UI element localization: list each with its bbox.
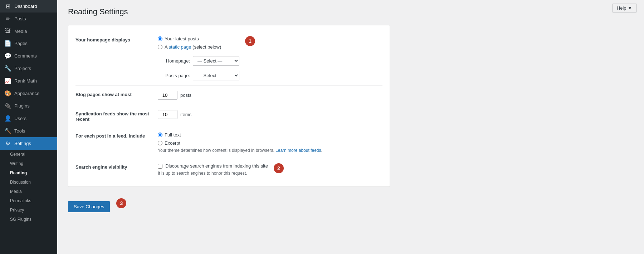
appearance-icon: 🎨 [4, 90, 11, 97]
badge-2: 2 [274, 163, 284, 173]
settings-icon: ⚙ [4, 140, 11, 147]
static-page-radio[interactable] [158, 45, 162, 49]
sidebar-item-label: Plugins [14, 103, 30, 109]
homepage-select-label: Homepage: [158, 58, 190, 64]
sidebar-item-label: Rank Math [14, 78, 37, 84]
syndication-suffix: items [180, 112, 191, 117]
homepage-row: Your homepage displays Your latest posts… [75, 31, 382, 86]
syndication-label: Syndication feeds show the most recent [75, 110, 158, 122]
feed-radio-group: Full text Excerpt [158, 132, 382, 146]
sidebar-item-settings[interactable]: ⚙ Settings [0, 137, 57, 150]
posts-page-select-label: Posts page: [158, 73, 190, 78]
static-page-option: A static page (select below) [158, 44, 239, 50]
feed-learn-more-link[interactable]: Learn more about feeds [275, 148, 321, 153]
blog-pages-suffix: posts [180, 93, 191, 98]
blog-pages-input[interactable] [158, 91, 177, 100]
plugins-icon: 🔌 [4, 103, 11, 109]
sidebar-item-appearance[interactable]: 🎨 Appearance [0, 87, 57, 100]
submenu-permalinks[interactable]: Permalinks [0, 196, 57, 205]
search-visibility-content: Discourage search engines from indexing … [158, 163, 382, 176]
submenu-reading[interactable]: Reading [0, 168, 57, 178]
homepage-radio-group: Your latest posts A static page (select … [158, 36, 239, 80]
feed-excerpt-option: Excerpt [158, 140, 382, 146]
sidebar-item-users[interactable]: 👤 Users [0, 112, 57, 125]
dashboard-icon: ⊞ [4, 3, 11, 10]
sidebar-item-pages[interactable]: 📄 Pages [0, 37, 57, 50]
sidebar: ⊞ Dashboard ✏ Posts 🖼 Media 📄 Pages 💬 Co… [0, 0, 57, 254]
badge-1: 1 [245, 36, 255, 46]
tools-icon: 🔨 [4, 128, 11, 134]
feed-info: Your theme determines how content is dis… [158, 148, 382, 153]
syndication-row: Syndication feeds show the most recent i… [75, 105, 382, 127]
search-visibility-checkbox[interactable] [158, 164, 162, 169]
search-visibility-label: Search engine visibility [75, 163, 158, 170]
users-icon: 👤 [4, 115, 11, 122]
sidebar-item-rankmath[interactable]: 📈 Rank Math [0, 75, 57, 87]
homepage-label: Your homepage displays [75, 36, 158, 43]
submenu-writing[interactable]: Writing [0, 159, 57, 168]
settings-form: Your homepage displays Your latest posts… [68, 25, 390, 187]
sidebar-item-posts[interactable]: ✏ Posts [0, 13, 57, 25]
homepage-select[interactable]: — Select — [193, 56, 239, 66]
feed-full-radio[interactable] [158, 133, 162, 137]
comments-icon: 💬 [4, 53, 11, 59]
sidebar-item-plugins[interactable]: 🔌 Plugins [0, 100, 57, 112]
sidebar-item-dashboard[interactable]: ⊞ Dashboard [0, 0, 57, 13]
sidebar-item-label: Appearance [14, 91, 39, 96]
sidebar-item-projects[interactable]: 🔧 Projects [0, 62, 57, 75]
pages-icon: 📄 [4, 40, 11, 47]
search-checkbox-label: Discourage search engines from indexing … [165, 163, 268, 169]
submenu-media[interactable]: Media [0, 187, 57, 196]
sidebar-item-label: Pages [14, 41, 28, 46]
settings-submenu: General Writing Reading Discussion Media… [0, 150, 57, 224]
syndication-input[interactable] [158, 110, 177, 119]
search-info: It is up to search engines to honor this… [158, 171, 268, 176]
blog-pages-content: posts [158, 91, 382, 100]
sidebar-item-label: Tools [14, 128, 25, 134]
feed-content: Full text Excerpt Your theme determines … [158, 132, 382, 153]
rankmath-icon: 📈 [4, 78, 11, 84]
blog-pages-row: Blog pages show at most posts [75, 86, 382, 105]
submenu-discussion[interactable]: Discussion [0, 178, 57, 187]
badge-3: 3 [116, 198, 126, 208]
help-button[interactable]: Help ▼ [612, 4, 637, 13]
search-visibility-row: Search engine visibility Discourage sear… [75, 158, 382, 181]
posts-icon: ✏ [4, 15, 11, 22]
static-page-link[interactable]: static page [169, 44, 191, 50]
latest-posts-radio[interactable] [158, 36, 162, 41]
submenu-sg-plugins[interactable]: SG Plugins [0, 215, 57, 224]
feed-excerpt-label: Excerpt [165, 140, 180, 146]
sidebar-item-media[interactable]: 🖼 Media [0, 25, 57, 37]
sidebar-item-label: Users [14, 116, 26, 121]
feed-full-label: Full text [165, 132, 181, 138]
latest-posts-label: Your latest posts [165, 36, 199, 41]
homepage-content: Your latest posts A static page (select … [158, 36, 382, 80]
syndication-content: items [158, 110, 382, 119]
media-icon: 🖼 [4, 28, 11, 34]
submenu-privacy[interactable]: Privacy [0, 205, 57, 215]
sidebar-item-label: Projects [14, 66, 31, 71]
blog-pages-label: Blog pages show at most [75, 91, 158, 97]
posts-page-select[interactable]: — Select — [193, 71, 239, 80]
sidebar-item-label: Settings [14, 141, 31, 146]
sidebar-item-label: Comments [14, 53, 37, 59]
feed-excerpt-radio[interactable] [158, 141, 162, 145]
search-checkbox-row: Discourage search engines from indexing … [158, 163, 268, 169]
feed-row: For each post in a feed, include Full te… [75, 127, 382, 158]
feed-label: For each post in a feed, include [75, 132, 158, 139]
page-title: Reading Settings [68, 7, 633, 16]
latest-posts-option: Your latest posts [158, 36, 239, 41]
sidebar-item-comments[interactable]: 💬 Comments [0, 50, 57, 62]
submenu-general[interactable]: General [0, 150, 57, 159]
blog-pages-number-row: posts [158, 91, 382, 100]
sidebar-item-tools[interactable]: 🔨 Tools [0, 125, 57, 137]
sidebar-item-label: Dashboard [14, 4, 37, 9]
feed-full-option: Full text [158, 132, 382, 138]
sidebar-item-label: Posts [14, 16, 26, 21]
projects-icon: 🔧 [4, 65, 11, 72]
main-content: Reading Settings Your homepage displays … [57, 0, 644, 254]
homepage-select-row: Homepage: — Select — [158, 56, 239, 66]
sidebar-item-label: Media [14, 29, 27, 34]
save-changes-button[interactable]: Save Changes [68, 201, 110, 212]
posts-page-select-row: Posts page: — Select — [158, 71, 239, 80]
